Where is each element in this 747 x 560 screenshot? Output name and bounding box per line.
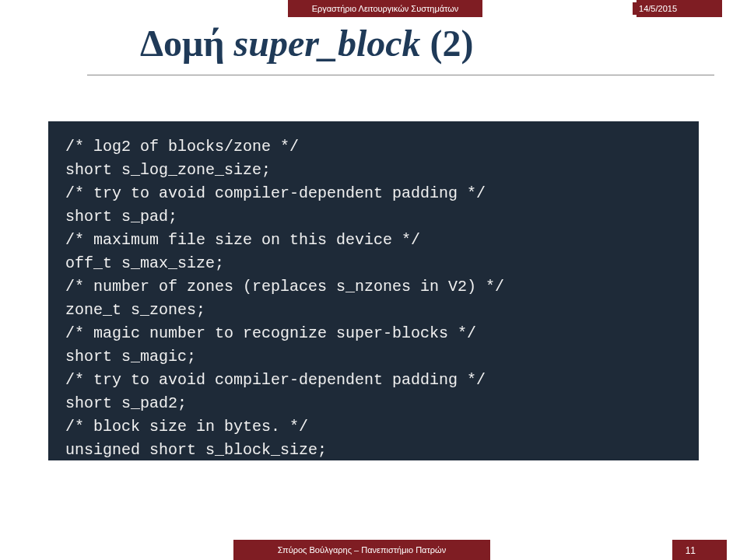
code-line: /* maximum file size on this device */ <box>65 231 420 249</box>
footer-author-bar: Σπύρος Βούλγαρης – Πανεπιστήμιο Πατρών <box>233 540 490 560</box>
footer-author: Σπύρος Βούλγαρης – Πανεπιστήμιο Πατρών <box>278 545 446 555</box>
title-suffix: (2) <box>421 23 474 64</box>
code-line: /* block size in bytes. */ <box>65 418 308 436</box>
code-line: short s_pad; <box>65 208 177 226</box>
page-number: 11 <box>686 545 696 556</box>
title-prefix: Δομή <box>140 23 234 64</box>
slide-title-area: Δομή super_block (2) <box>140 22 474 65</box>
code-line: /* number of zones (replaces s_nzones in… <box>65 278 504 296</box>
slide: Εργαστήριο Λειτουργικών Συστημάτων 14/5/… <box>0 0 747 560</box>
header-lab-bar: Εργαστήριο Λειτουργικών Συστημάτων <box>288 0 482 17</box>
header-lab-text: Εργαστήριο Λειτουργικών Συστημάτων <box>312 4 459 13</box>
code-line: short s_pad2; <box>65 394 187 412</box>
footer-page-bar: 11 <box>672 540 727 560</box>
code-line: short s_log_zone_size; <box>65 161 271 179</box>
code-line: zone_t s_zones; <box>65 301 205 319</box>
slide-title: Δομή super_block (2) <box>140 22 474 65</box>
title-italic: super_block <box>234 23 421 64</box>
code-line: unsigned short s_block_size; <box>65 441 327 459</box>
header-date-bar: 14/5/2015 <box>637 0 722 17</box>
header-date: 14/5/2015 <box>633 2 683 15</box>
code-line: /* try to avoid compiler-dependent paddi… <box>65 371 486 389</box>
title-underline <box>87 75 714 75</box>
code-line: off_t s_max_size; <box>65 254 224 272</box>
code-line: /* log2 of blocks/zone */ <box>65 138 299 156</box>
code-line: short s_magic; <box>65 348 196 366</box>
code-block: /* log2 of blocks/zone */ short s_log_zo… <box>48 121 699 460</box>
code-line: /* magic number to recognize super-block… <box>65 324 476 342</box>
code-line: /* try to avoid compiler-dependent paddi… <box>65 184 486 202</box>
